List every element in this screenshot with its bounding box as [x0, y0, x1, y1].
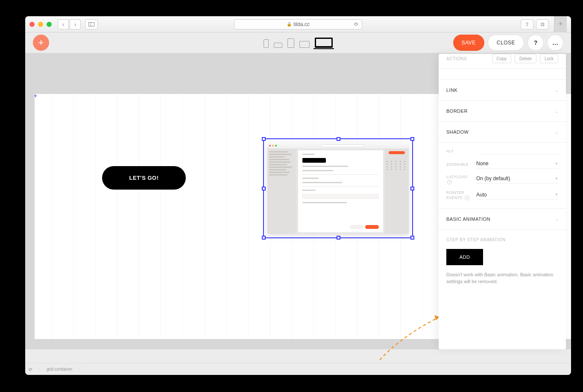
add-block-button[interactable]: + [33, 35, 49, 51]
selection-frame[interactable] [263, 138, 413, 238]
resize-handle-tr[interactable] [410, 137, 414, 141]
sidebar-icon [88, 22, 94, 26]
zoomable-select[interactable]: None▼ [476, 161, 558, 169]
tabs-icon[interactable]: ⧉ [536, 19, 549, 29]
step-note: Doesn't work with Basic animation. Basic… [446, 271, 558, 285]
alt-input[interactable] [480, 149, 558, 155]
device-tablet-icon[interactable] [287, 38, 294, 48]
new-tab-button[interactable]: + [554, 16, 567, 32]
device-phone-landscape-icon[interactable] [274, 43, 282, 48]
resize-handle-bm[interactable] [337, 236, 340, 240]
canvas-button-element[interactable]: LET'S GO! [102, 166, 186, 190]
device-phone-icon[interactable] [264, 39, 269, 48]
lazyload-label: LAZYLOAD ? [446, 175, 473, 184]
copy-button[interactable]: Copy [492, 54, 511, 63]
lock-icon: 🔒 [287, 22, 292, 26]
help-button[interactable]: ? [527, 35, 544, 51]
resize-handle-br[interactable] [410, 236, 414, 240]
chevron-down-icon: ⌄ [555, 109, 559, 114]
section-border[interactable]: BORDER⌄ [439, 101, 566, 122]
actions-label: ACTIONS [446, 56, 489, 61]
status-left: er [29, 367, 40, 372]
nav-buttons: ‹ › [58, 19, 81, 29]
resize-handle-bl[interactable] [262, 236, 266, 240]
origin-cross-icon: + [34, 92, 37, 99]
url-text: tilda.cc [293, 21, 309, 27]
device-desktop-icon[interactable] [315, 38, 333, 48]
chevron-down-icon: ▼ [555, 193, 558, 196]
more-button[interactable]: … [547, 35, 563, 51]
chevron-down-icon: ▼ [555, 177, 558, 181]
device-switcher [264, 38, 333, 48]
close-window-icon[interactable] [29, 22, 35, 27]
url-bar[interactable]: 🔒 tilda.cc ⟳ [234, 19, 362, 29]
resize-handle-tm[interactable] [337, 137, 340, 141]
help-icon: ? [465, 196, 469, 200]
lazyload-select[interactable]: On (by default)▼ [476, 176, 558, 184]
chevron-down-icon: ⌄ [555, 216, 559, 221]
pointer-select[interactable]: Auto▼ [476, 192, 558, 200]
lock-button[interactable]: Lock [540, 54, 558, 63]
app-toolbar: + SAVE CLOSE ? … [25, 32, 571, 53]
delete-button[interactable]: Delete [515, 54, 536, 63]
chevron-down-icon: ⌄ [555, 130, 559, 135]
resize-handle-tl[interactable] [262, 137, 266, 141]
sidebar-toggle[interactable] [85, 19, 98, 29]
section-link[interactable]: LINK⌄ [439, 80, 566, 101]
chevron-down-icon: ⌄ [555, 88, 559, 93]
properties-panel: ACTIONS Copy Delete Lock LINK⌄ BORDER⌄ S… [439, 54, 566, 349]
titlebar: ‹ › 🔒 tilda.cc ⟳ ⇪ ⧉ + [25, 16, 571, 32]
selected-image-element[interactable] [267, 143, 409, 234]
back-button[interactable]: ‹ [58, 19, 69, 29]
maximize-window-icon[interactable] [47, 22, 52, 27]
device-tablet-landscape-icon[interactable] [299, 41, 310, 48]
image-props: ALT ZOOMABLE None▼ LAZYLOAD ? On (by def… [439, 143, 566, 209]
browser-window: ‹ › 🔒 tilda.cc ⟳ ⇪ ⧉ + + SAVE CLOSE ? … [25, 16, 571, 375]
traffic-lights [29, 22, 52, 27]
step-title: STEP BY STEP ANIMATION [446, 237, 558, 242]
step-animation-section: STEP BY STEP ANIMATION ADD Doesn't work … [439, 230, 566, 293]
zoomable-label: ZOOMABLE [446, 162, 473, 167]
close-button[interactable]: CLOSE [488, 35, 524, 51]
section-basic-animation[interactable]: BASIC ANIMATION⌄ [439, 209, 566, 230]
actions-row: ACTIONS Copy Delete Lock [439, 54, 566, 69]
resize-handle-mr[interactable] [410, 187, 414, 190]
status-grid: grid container [47, 367, 80, 372]
add-step-button[interactable]: ADD [446, 249, 483, 265]
help-icon: ? [447, 180, 452, 184]
forward-button[interactable]: › [70, 19, 81, 29]
save-button[interactable]: SAVE [453, 35, 484, 51]
alt-label: ALT [446, 149, 473, 154]
share-icon[interactable]: ⇪ [521, 19, 533, 29]
resize-handle-ml[interactable] [262, 187, 266, 190]
section-shadow[interactable]: SHADOW⌄ [439, 122, 566, 143]
chevron-down-icon: ▼ [555, 162, 558, 166]
status-bar: er grid container [25, 363, 571, 375]
refresh-icon[interactable]: ⟳ [354, 21, 358, 27]
minimize-window-icon[interactable] [38, 22, 43, 27]
pointer-label: POINTER EVENTS ? [446, 190, 473, 200]
